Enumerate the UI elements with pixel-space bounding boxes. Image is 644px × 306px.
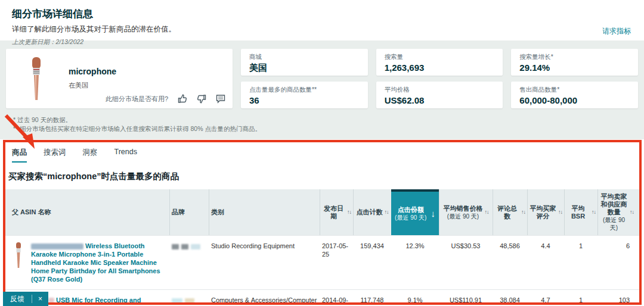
avg-rating-cell: 4.7 [527,295,564,305]
col-header-category: 类别 [209,189,320,235]
sort-icon[interactable]: ↑↓ [630,208,634,216]
launch-date-cell: 2014-09-30 [320,295,353,306]
tab-content: 商品 搜索词 洞察 Trends 买家搜索“microphone”时点击量最多的… [0,139,644,306]
close-icon[interactable]: × [32,295,48,303]
footnotes: * 过去 90 天的数据。 ** 细分市场包括买家在特定细分市场输入任意搜索词后… [13,115,638,133]
request-metrics-link[interactable]: 请求指标 [602,26,631,36]
table-row: USB Mic for Recording and Streaming on P… [4,289,642,306]
click-share-cell: 9.1% [391,295,439,305]
niche-keyword: microphone [69,67,116,76]
feedback-label[interactable]: 反馈 [3,294,32,304]
category-cell: Computers & Accessories/Computer Accesso… [209,295,320,306]
category-cell: Studio Recording Equipment [209,241,320,251]
avg-rating-cell: 4.4 [527,241,564,251]
metric-card-marketplace: 商城 美国 [241,49,368,76]
redacted-logo [48,298,54,304]
helpful-prompt: 此细分市场是否有用? [106,95,168,104]
product-thumbnail-karaoke-mic [12,242,25,269]
review-count-cell: 48,586 [493,241,527,251]
col-header-click-share[interactable]: 点击份额 (最近 90 天) ↓ [391,189,439,235]
tab-search-terms[interactable]: 搜索词 [44,148,66,163]
col-header-avg-price[interactable]: 平均销售价格 (最近 90 天) ↑↓ [439,189,493,235]
products-table: 父 ASIN 名称 品牌 类别 发布日期 ↑↓ 点击计数 ↑↓ 点击份额 [4,189,642,306]
redacted-brand-prefix [31,243,83,249]
feedback-button[interactable]: 反馈 × [3,292,48,306]
niche-detail-page: 细分市场详细信息 详细了解此细分市场及其对于新商品的潜在价值。 上次更新日期：2… [0,0,644,306]
metric-card-search-volume: 搜索量 1,263,693 [376,49,503,76]
click-count-cell: 159,434 [353,241,391,251]
thumbs-up-icon[interactable] [178,94,187,104]
metric-card-avg-price: 平均价格 US$62.08 [376,82,503,108]
tab-bar: 商品 搜索词 洞察 Trends [0,144,644,163]
sort-desc-icon[interactable]: ↓ [431,210,435,217]
click-share-cell: 12.3% [391,241,439,251]
comment-icon[interactable] [216,94,225,104]
click-count-cell: 117,748 [353,295,391,305]
metrics-band: microphone 在美国 此细分市场是否有用? [0,40,644,139]
avg-sellers-cell: 103 [597,295,636,305]
col-header-launch-date[interactable]: 发布日期 ↑↓ [320,189,353,235]
products-table-heading: 买家搜索“microphone”时点击量最多的商品 [8,171,644,182]
page-subtitle: 详细了解此细分市场及其对于新商品的潜在价值。 [12,24,632,35]
col-header-avg-bsr[interactable]: 平均 BSR ↑↓ [564,189,597,235]
col-header-avg-sellers[interactable]: 平均卖家和供应商数量 (最近 90 天) ↑↓ [597,189,636,235]
avg-price-cell: US$30.53 [439,241,493,251]
tab-insights[interactable]: 洞察 [83,148,98,163]
metric-card-units-sold: 售出商品数量* 60,000-80,000 [511,82,638,108]
footnote-2: ** 细分市场包括买家在特定细分市场输入任意搜索词后累计获得 80% 点击量的热… [13,124,638,133]
metric-card-search-growth: 搜索量增长* 29.14% [511,49,638,76]
avg-bsr-cell: 1 [564,241,597,251]
avg-sellers-cell: 6 [597,241,636,251]
product-title-link[interactable]: USB Mic for Recording and Streaming on P… [31,296,167,306]
page-title: 细分市场详细信息 [12,7,632,21]
sort-icon[interactable]: ↑↓ [385,208,389,216]
sort-icon[interactable]: ↑↓ [592,208,596,216]
metric-card-top-clicked-count: 点击量最多的商品数量** 36 [241,82,368,108]
niche-summary-card: microphone 在美国 此细分市场是否有用? [6,49,233,108]
launch-date-cell: 2017-05-25 [320,241,353,260]
avg-price-cell: US$110.91 [439,295,493,305]
tab-products[interactable]: 商品 [12,148,27,163]
metric-cards: 商城 美国 搜索量 1,263,693 搜索量增长* 29.14% 点击量最多的… [241,49,638,108]
review-count-cell: 38,084 [493,295,527,305]
brand-cell [169,295,209,305]
brand-cell [169,241,209,251]
avg-bsr-cell: 1 [564,295,597,305]
footnote-1: * 过去 90 天的数据。 [13,115,638,124]
niche-region: 在美国 [69,81,88,90]
col-header-avg-rating[interactable]: 平均买家评分 ↑↓ [527,189,564,235]
page-header: 细分市场详细信息 详细了解此细分市场及其对于新商品的潜在价值。 上次更新日期：2… [0,0,644,40]
sort-icon[interactable]: ↑↓ [558,208,562,216]
thumbs-down-icon[interactable] [197,94,206,104]
last-updated-date: 上次更新日期：2/13/2022 [12,38,632,46]
sort-icon[interactable]: ↑↓ [347,208,351,216]
col-header-click-count[interactable]: 点击计数 ↑↓ [353,189,391,235]
table-header-row: 父 ASIN 名称 品牌 类别 发布日期 ↑↓ 点击计数 ↑↓ 点击份额 [4,189,642,235]
col-header-parent-asin: 父 ASIN 名称 [4,189,169,235]
karaoke-microphone-image [29,56,44,102]
product-title-link[interactable]: Wireless Bluetooth Karaoke Microphone 3-… [31,242,167,283]
table-row: Wireless Bluetooth Karaoke Microphone 3-… [4,235,642,289]
col-header-review-count[interactable]: 评论总数 ↑↓ [493,189,527,235]
sort-icon[interactable]: ↑↓ [521,208,525,216]
tab-trends[interactable]: Trends [114,148,137,163]
sort-icon[interactable]: ↑↓ [485,208,489,216]
col-header-brand: 品牌 [169,189,209,235]
